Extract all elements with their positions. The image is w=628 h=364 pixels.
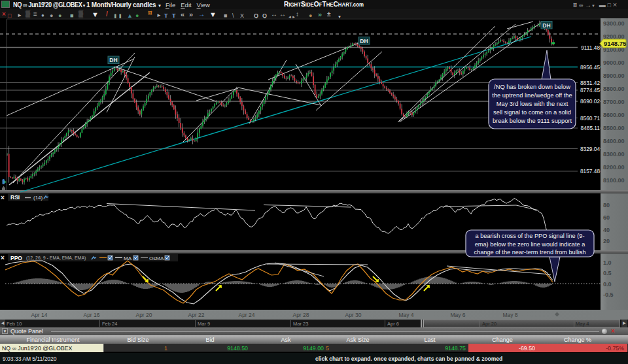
svg-text:Apr 16: Apr 16	[83, 312, 99, 318]
svg-text:40: 40	[603, 227, 610, 233]
svg-text:8600.00: 8600.00	[603, 112, 625, 118]
svg-text:Apr 24: Apr 24	[238, 312, 254, 318]
svg-text:DH: DH	[360, 38, 368, 44]
svg-text:Apr 22: Apr 22	[188, 312, 204, 318]
svg-text:9300.00: 9300.00	[603, 20, 625, 27]
svg-text:8560.71: 8560.71	[580, 115, 600, 122]
svg-text:a bearish cross of the PPO sig: a bearish cross of the PPO signal line (…	[476, 233, 585, 239]
svg-text:DH: DH	[109, 57, 117, 63]
svg-text:8400.00: 8400.00	[603, 138, 625, 144]
svg-text:9148.75: 9148.75	[604, 40, 627, 47]
svg-text:8700.00: 8700.00	[603, 99, 625, 105]
svg-text:break below the 9111 support: break below the 9111 support	[493, 118, 572, 124]
svg-text:80: 80	[603, 202, 610, 208]
svg-text:May 4: May 4	[398, 312, 413, 318]
svg-text:8690.02: 8690.02	[580, 98, 600, 105]
svg-text:8329.04: 8329.04	[580, 146, 600, 152]
svg-text:20: 20	[603, 238, 610, 244]
svg-text:(12, 26, 9 - EMA, EMA, EMA): (12, 26, 9 - EMA, EMA, EMA)	[26, 256, 86, 261]
svg-text:8485.11: 8485.11	[581, 125, 601, 131]
svg-text:DH: DH	[542, 22, 550, 29]
svg-text:8774.45: 8774.45	[580, 87, 600, 93]
svg-text:×: ×	[1, 194, 5, 201]
svg-text:8831.42: 8831.42	[580, 80, 600, 86]
svg-text:1.0: 1.0	[603, 259, 612, 266]
svg-text:8100.00: 8100.00	[603, 177, 625, 184]
svg-text:8157.48: 8157.48	[580, 168, 600, 174]
svg-text:8900.00: 8900.00	[603, 73, 625, 79]
svg-text:8200.00: 8200.00	[603, 164, 625, 171]
svg-text:8500.00: 8500.00	[603, 125, 625, 131]
svg-text:sell signal to come on a solid: sell signal to come on a solid	[493, 109, 571, 116]
svg-text:Apr 28: Apr 28	[292, 312, 309, 318]
svg-text:OsMA: OsMA	[149, 256, 164, 261]
svg-text:Apr 14: Apr 14	[31, 312, 47, 318]
svg-text:PPO: PPO	[10, 255, 22, 261]
svg-text:Apr 20: Apr 20	[135, 312, 152, 318]
svg-text:×: ×	[1, 254, 5, 261]
svg-text:ema) below the zero line would: ema) below the zero line would indicate …	[475, 241, 585, 248]
svg-text:the uptrend line/wedge off the: the uptrend line/wedge off the	[492, 92, 572, 99]
svg-text:(14): (14)	[33, 195, 43, 201]
svg-text:0.0: 0.0	[603, 281, 612, 288]
svg-text:9111.48: 9111.48	[581, 44, 600, 51]
svg-text:8800.00: 8800.00	[603, 86, 625, 92]
svg-text:MA: MA	[124, 256, 132, 261]
svg-text:May 6: May 6	[450, 312, 465, 318]
svg-text:8956.45: 8956.45	[580, 64, 600, 71]
svg-text:May 3rd lows with the next: May 3rd lows with the next	[497, 101, 568, 107]
svg-text:May 8: May 8	[502, 312, 517, 318]
svg-text:Apr 30: Apr 30	[345, 312, 361, 318]
svg-text:60: 60	[603, 214, 610, 221]
svg-text:/NQ has broken down below: /NQ has broken down below	[494, 84, 570, 90]
svg-text:-0.5: -0.5	[603, 291, 614, 298]
svg-text:9000.00: 9000.00	[603, 59, 625, 66]
svg-text:RSI: RSI	[10, 194, 20, 201]
svg-text:0.5: 0.5	[603, 270, 612, 276]
svg-text:8300.00: 8300.00	[603, 151, 625, 157]
svg-text:change of the near-term trend: change of the near-term trend from bulli…	[474, 249, 585, 256]
